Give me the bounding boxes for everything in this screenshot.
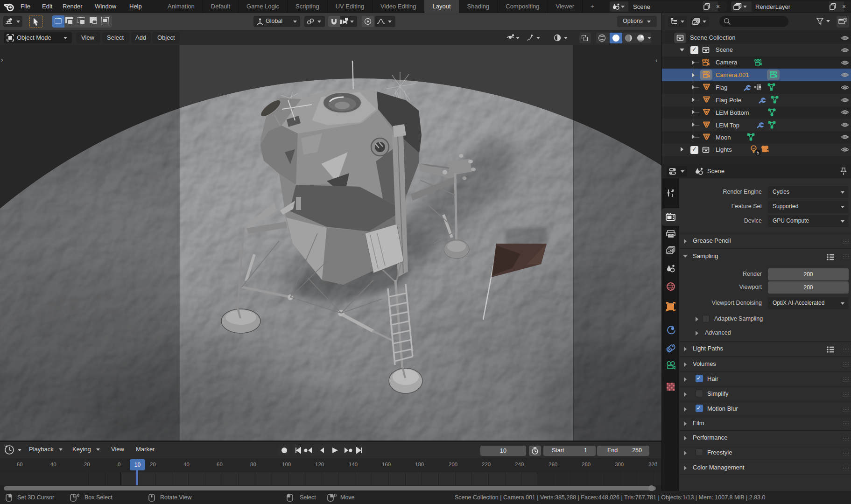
svg-text:›: › (1, 56, 3, 63)
svg-text:‹: ‹ (655, 56, 658, 64)
